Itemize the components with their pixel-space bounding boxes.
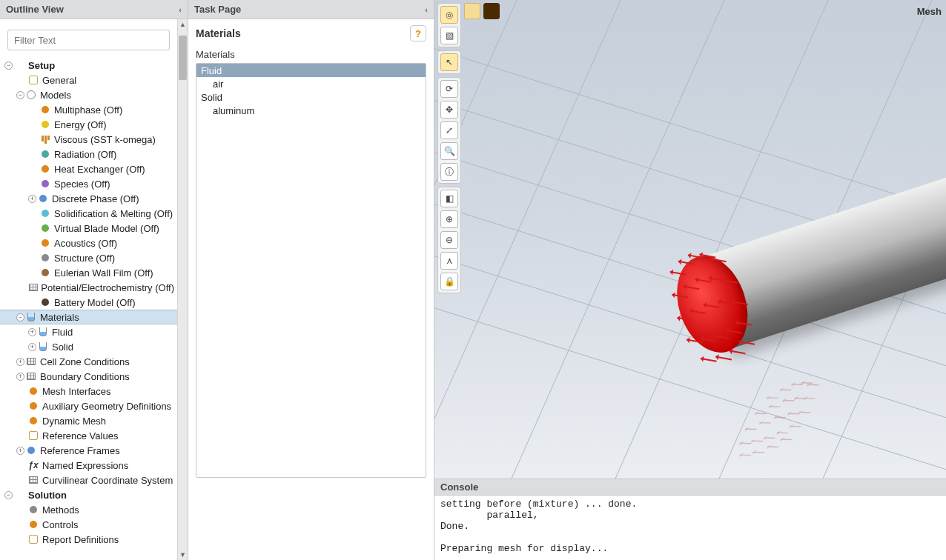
expand-icon[interactable]: +: [28, 328, 36, 336]
tree-item-multiphase-off[interactable]: Multiphase (Off): [0, 102, 177, 117]
scroll-thumb[interactable]: [179, 36, 187, 80]
tree-item-boundary-conditions[interactable]: +Boundary Conditions: [0, 369, 177, 384]
tree-item-viscous-sst-k-omega[interactable]: Viscous (SST k-omega): [0, 132, 177, 147]
tree-item-virtual-blade-model-off[interactable]: Virtual Blade Model (Off): [0, 221, 177, 236]
tree-item-solid[interactable]: +Solid: [0, 339, 177, 354]
tool-probe[interactable]: ◧: [440, 190, 458, 207]
material-item-aluminum[interactable]: aluminum: [196, 104, 426, 117]
tree-item-solidification-melting-off[interactable]: Solidification & Melting (Off): [0, 206, 177, 221]
tool-select[interactable]: ↖: [440, 53, 458, 71]
tree-item-label: Setup: [28, 60, 55, 71]
tool-iso[interactable]: ▧: [440, 27, 458, 44]
tree-item-report-definitions[interactable]: Report Definitions: [0, 532, 177, 547]
tree-item-label: Radiation (Off): [54, 149, 116, 160]
tool-shaded[interactable]: ◎: [440, 6, 458, 24]
tool-axes[interactable]: ⋏: [440, 252, 458, 270]
c-gray-icon: [39, 252, 51, 264]
scroll-up-icon[interactable]: ▲: [178, 19, 188, 30]
help-button[interactable]: ?: [410, 25, 426, 41]
tree-item-materials[interactable]: −Materials: [0, 310, 177, 324]
filter-input[interactable]: [7, 30, 170, 50]
tree-item-energy-off[interactable]: Energy (Off): [0, 117, 177, 132]
material-item-fluid[interactable]: Fluid: [196, 64, 426, 77]
tree-item-cell-zone-conditions[interactable]: +Cell Zone Conditions: [0, 354, 177, 369]
expand-icon[interactable]: +: [16, 373, 24, 381]
tool-pan[interactable]: ✥: [440, 101, 458, 119]
console-output[interactable]: setting before (mixture) ... done. paral…: [434, 496, 946, 557]
tree-item-species-off[interactable]: Species (Off): [0, 176, 177, 191]
tool-zoom-out[interactable]: ⊖: [440, 231, 458, 249]
tree-item-label: Controls: [42, 519, 78, 530]
taskpage-title: Task Page: [194, 4, 241, 15]
c-orange-icon: [27, 385, 39, 397]
grid-icon: [29, 281, 38, 293]
sq-icon: [27, 430, 39, 441]
tree-item-label: Boundary Conditions: [40, 371, 130, 382]
expand-icon[interactable]: +: [16, 358, 24, 366]
collapse-icon[interactable]: ‹: [179, 5, 182, 14]
tool-lock[interactable]: 🔒: [440, 273, 458, 290]
tree-item-discrete-phase-off[interactable]: +Discrete Phase (Off): [0, 191, 177, 206]
tool-zoom[interactable]: ⤢: [440, 121, 458, 139]
tree-item-reference-frames[interactable]: +Reference Frames: [0, 443, 177, 458]
tree-item-named-expressions[interactable]: ƒxNamed Expressions: [0, 458, 177, 473]
tree-item-label: Mesh Interfaces: [42, 386, 111, 397]
tree-item-fluid[interactable]: +Fluid: [0, 324, 177, 339]
tree-item-models[interactable]: −Models: [0, 87, 177, 102]
tree-item-general[interactable]: General: [0, 73, 177, 87]
outline-scrollbar[interactable]: ▲ ▼: [177, 19, 188, 560]
tree-item-solution[interactable]: −Solution: [0, 487, 177, 502]
tree-item-label: Battery Model (Off): [54, 297, 136, 308]
tree-item-label: Reference Values: [42, 430, 118, 441]
tree-item-label: Eulerian Wall Film (Off): [54, 267, 153, 279]
tree-item-label: Potential/Electrochemistry (Off): [41, 282, 174, 293]
tree-item-structure-off[interactable]: Structure (Off): [0, 250, 177, 265]
tree-item-acoustics-off[interactable]: Acoustics (Off): [0, 236, 177, 250]
view-tab-1[interactable]: [464, 3, 480, 19]
tree-item-curvilinear-coordinate-system[interactable]: Curvilinear Coordinate System: [0, 473, 177, 487]
collapse-icon[interactable]: −: [4, 491, 13, 499]
expand-icon[interactable]: +: [28, 195, 36, 203]
grid-icon: [27, 474, 39, 486]
c-cyan-icon: [39, 207, 51, 219]
c-orange-icon: [39, 237, 51, 249]
tree-item-heat-exchanger-off[interactable]: Heat Exchanger (Off): [0, 161, 177, 176]
view-tabs[interactable]: [464, 3, 500, 19]
tree-item-label: Solution: [28, 490, 67, 501]
taskpage-header: Task Page ‹: [188, 0, 434, 19]
view-tab-2[interactable]: [483, 3, 500, 19]
c-purple-icon: [39, 178, 51, 190]
material-item-air[interactable]: air: [196, 77, 426, 90]
collapse-icon[interactable]: −: [16, 91, 24, 99]
c-orange-icon: [39, 163, 51, 175]
collapse-icon[interactable]: −: [16, 313, 24, 321]
tree-item-eulerian-wall-film-off[interactable]: Eulerian Wall Film (Off): [0, 265, 177, 280]
tool-zoom-in[interactable]: ⊕: [440, 210, 458, 228]
tree-item-reference-values[interactable]: Reference Values: [0, 428, 177, 443]
outline-tree[interactable]: −SetupGeneral−ModelsMultiphase (Off)Ener…: [0, 58, 177, 547]
materials-list[interactable]: FluidairSolidaluminum: [196, 63, 426, 478]
collapse-icon[interactable]: −: [4, 61, 13, 70]
viewport-3d[interactable]: ◎▧ ↖ ⟳✥⤢🔍ⓘ ◧⊕⊖⋏🔒 Mesh Console setting be…: [434, 0, 946, 560]
tree-item-auxiliary-geometry-definitions[interactable]: Auxiliary Geometry Definitions: [0, 399, 177, 413]
tree-item-methods[interactable]: Methods: [0, 502, 177, 517]
tool-rotate[interactable]: ⟳: [440, 80, 458, 98]
expand-icon[interactable]: +: [16, 447, 24, 455]
tree-item-potential-electrochemistry-off[interactable]: Potential/Electrochemistry (Off): [0, 280, 177, 295]
tree-item-battery-model-off[interactable]: Battery Model (Off): [0, 295, 177, 310]
tree-item-label: Materials: [40, 312, 79, 323]
scroll-down-icon[interactable]: ▼: [178, 550, 188, 560]
collapse-icon[interactable]: ‹: [425, 5, 428, 14]
expand-icon[interactable]: +: [28, 343, 36, 351]
c-orange-icon: [27, 400, 39, 412]
flask-icon: [25, 311, 37, 323]
tree-item-label: Heat Exchanger (Off): [54, 164, 145, 175]
tree-item-radiation-off[interactable]: Radiation (Off): [0, 147, 177, 161]
tool-info[interactable]: ⓘ: [440, 163, 458, 181]
tree-item-dynamic-mesh[interactable]: Dynamic Mesh: [0, 413, 177, 428]
tree-item-controls[interactable]: Controls: [0, 517, 177, 532]
tree-item-setup[interactable]: −Setup: [0, 58, 177, 73]
tool-zoom-box[interactable]: 🔍: [440, 142, 458, 160]
material-item-solid[interactable]: Solid: [196, 90, 426, 104]
tree-item-mesh-interfaces[interactable]: Mesh Interfaces: [0, 384, 177, 399]
